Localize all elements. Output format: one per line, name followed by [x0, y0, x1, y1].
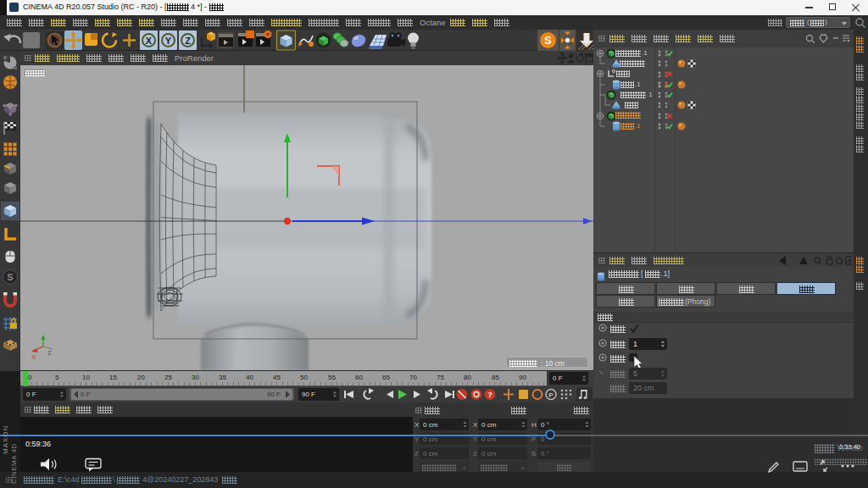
svg-text:Z: Z — [185, 36, 191, 46]
svg-text:P: P — [548, 391, 554, 399]
svg-text:S: S — [544, 35, 551, 47]
svg-text:X: X — [146, 36, 153, 46]
svg-text:S: S — [7, 272, 13, 282]
svg-text:?: ? — [487, 391, 492, 399]
svg-text:Y: Y — [165, 36, 172, 46]
svg-text:Z: Z — [47, 349, 52, 357]
svg-text:X: X — [31, 353, 36, 361]
